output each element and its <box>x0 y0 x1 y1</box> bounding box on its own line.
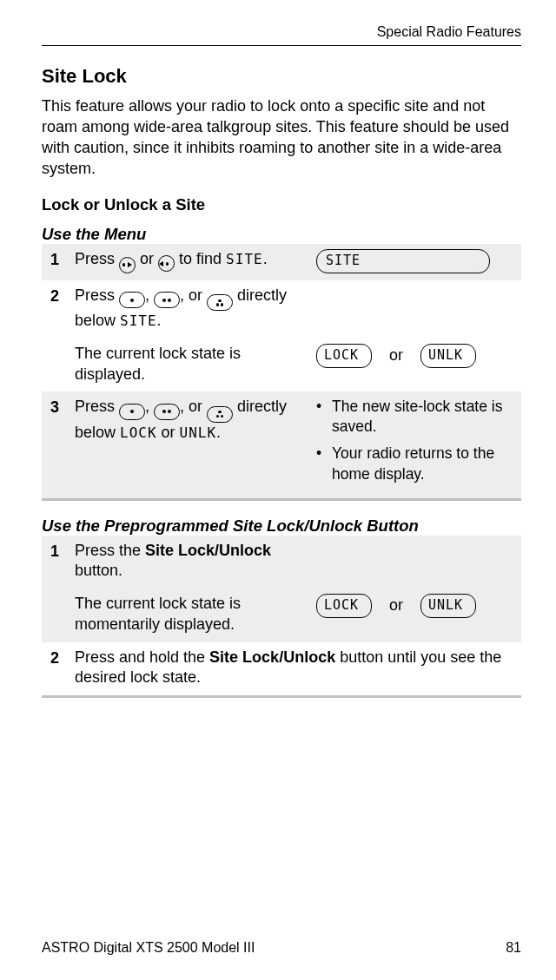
display-unlk: UNLK <box>420 344 476 368</box>
code-lock: LOCK <box>120 424 157 441</box>
step-text: Press the Site Lock/Unlock button. <box>75 541 316 582</box>
step-number: 1 <box>45 249 75 269</box>
step-text: Press and hold the Site Lock/Unlock butt… <box>75 648 518 689</box>
display-unlk: UNLK <box>420 594 476 618</box>
or-label: or <box>389 345 403 366</box>
step-number: 2 <box>45 648 75 668</box>
button-steps-table: 1 Press the Site Lock/Unlock button. The… <box>42 536 521 699</box>
step-text: Press , , or directly below SITE. <box>75 286 316 332</box>
use-button-heading: Use the Preprogrammed Site Lock/Unlock B… <box>42 516 521 536</box>
text: to find <box>179 250 226 267</box>
display-lock: LOCK <box>316 344 372 368</box>
step-display: SITE <box>316 249 518 273</box>
step-display: LOCK or UNLK <box>316 344 518 368</box>
softkey-three-dot-icon <box>207 294 233 311</box>
footer-page-number: 81 <box>506 940 521 956</box>
table-row: 1 Press the Site Lock/Unlock button. <box>42 536 521 589</box>
page-title: Site Lock <box>42 65 521 88</box>
step-display: LOCK or UNLK <box>316 594 518 618</box>
table-row: 2 Press , , or directly below SITE. <box>42 280 521 339</box>
text: , or <box>180 286 207 304</box>
table-row: The current lock state is momentarily di… <box>42 589 521 642</box>
text: . <box>157 312 162 329</box>
result-bullet: The new site-lock state is saved. <box>316 397 518 437</box>
display-readout: SITE <box>316 249 490 273</box>
or-label: or <box>389 595 403 616</box>
softkey-one-dot-icon <box>119 292 145 308</box>
page-footer: ASTRO Digital XTS 2500 Model III 81 <box>42 940 521 956</box>
code-unlk: UNLK <box>180 424 217 441</box>
text: button. <box>75 562 122 579</box>
step-number: 2 <box>45 286 75 306</box>
header-rule <box>42 45 521 46</box>
text: or <box>140 250 158 267</box>
nav-left-icon <box>158 255 175 272</box>
menu-steps-table: 1 Press or to find SITE. SITE 2 Press , … <box>42 244 521 501</box>
code-site: SITE <box>120 312 157 329</box>
step-text: Press , , or directly below LOCK or UNLK… <box>75 397 316 443</box>
text: Press and hold the <box>75 648 209 666</box>
table-row: 3 Press , , or directly below LOCK or UN… <box>42 391 521 497</box>
step-number: 3 <box>45 397 75 417</box>
step-text: The current lock state is displayed. <box>75 344 316 385</box>
use-menu-heading: Use the Menu <box>42 225 521 244</box>
code-site: SITE <box>226 251 263 267</box>
softkey-two-dot-icon <box>154 292 180 308</box>
subsection-title: Lock or Unlock a Site <box>42 195 521 214</box>
display-lock: LOCK <box>316 594 372 618</box>
text: , <box>145 286 154 304</box>
table-row: 2 Press and hold the Site Lock/Unlock bu… <box>42 642 521 696</box>
softkey-one-dot-icon <box>119 404 145 420</box>
text: Press the <box>75 542 145 559</box>
section-header: Special Radio Features <box>42 24 521 40</box>
result-bullet: Your radio returns to the home display. <box>316 444 518 483</box>
text: Press <box>75 398 119 415</box>
text: . <box>216 424 221 441</box>
step-result: The new site-lock state is saved. Your r… <box>316 397 518 490</box>
text: , <box>145 398 154 415</box>
step-number: 1 <box>45 541 75 561</box>
step-text: Press or to find SITE. <box>75 249 316 273</box>
text: Press <box>75 250 119 267</box>
table-row: The current lock state is displayed. LOC… <box>42 339 521 392</box>
footer-product: ASTRO Digital XTS 2500 Model III <box>42 940 255 956</box>
bold-button-name: Site Lock/Unlock <box>209 648 335 666</box>
intro-paragraph: This feature allows your radio to lock o… <box>42 96 521 180</box>
text: Press <box>75 286 119 304</box>
softkey-two-dot-icon <box>154 404 180 420</box>
step-number-blank <box>45 344 75 345</box>
step-number-blank <box>45 594 75 595</box>
table-row: 1 Press or to find SITE. SITE <box>42 244 521 280</box>
text: , or <box>180 398 207 415</box>
step-text: The current lock state is momentarily di… <box>75 594 316 635</box>
softkey-three-dot-icon <box>207 406 233 423</box>
text: or <box>157 424 180 441</box>
bold-button-name: Site Lock/Unlock <box>145 542 271 559</box>
nav-right-icon <box>119 257 136 273</box>
text: . <box>263 250 268 267</box>
